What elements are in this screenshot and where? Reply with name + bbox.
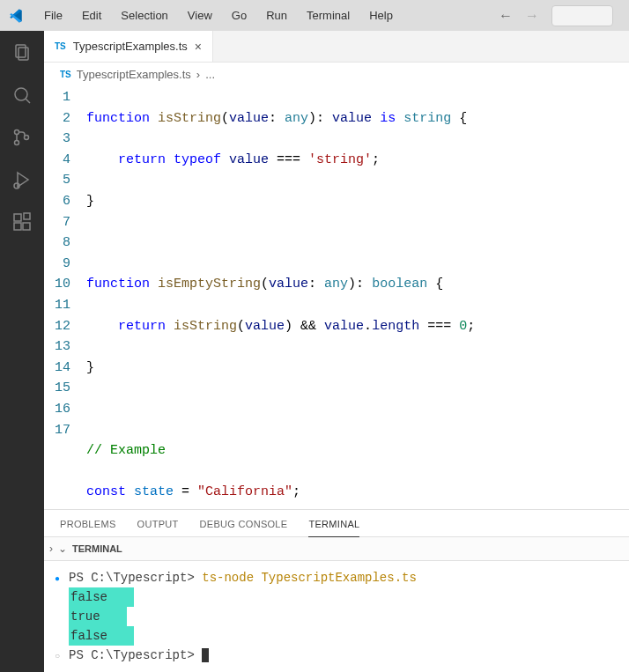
svg-point-5 <box>15 141 19 145</box>
code-editor[interactable]: 123 456 789 101112 131415 1617 function … <box>44 85 629 509</box>
close-tab-icon[interactable]: × <box>195 40 202 54</box>
explorer-icon[interactable] <box>11 41 33 64</box>
nav-back-icon[interactable]: ← <box>499 8 513 24</box>
terminal-output-line: false <box>69 626 134 646</box>
svg-line-3 <box>26 99 30 103</box>
typescript-file-icon: TS <box>60 70 71 79</box>
editor-area: TS TypescriptExamples.ts × TS Typescript… <box>44 31 629 672</box>
extensions-icon[interactable] <box>11 210 33 233</box>
chevron-right-icon: › <box>49 543 53 555</box>
terminal-cursor <box>202 648 209 662</box>
menu-run[interactable]: Run <box>257 5 296 26</box>
menu-terminal[interactable]: Terminal <box>298 5 359 26</box>
run-debug-icon[interactable] <box>11 168 33 191</box>
line-number-gutter: 123 456 789 101112 131415 1617 <box>44 87 86 509</box>
command-center-input[interactable] <box>551 5 613 26</box>
svg-rect-0 <box>16 45 26 57</box>
svg-point-2 <box>15 88 27 100</box>
terminal-command: ts-node TypescriptExamples.ts <box>202 571 417 585</box>
title-bar: File Edit Selection View Go Run Terminal… <box>0 0 629 31</box>
search-icon[interactable] <box>11 84 33 107</box>
menu-help[interactable]: Help <box>360 5 402 26</box>
inactive-terminal-dot-icon: ○ <box>55 647 60 667</box>
panel-tab-problems[interactable]: PROBLEMS <box>60 519 116 536</box>
terminal-body[interactable]: ● PS C:\Typescript> ts-node TypescriptEx… <box>44 561 629 672</box>
svg-rect-1 <box>18 48 28 60</box>
svg-rect-9 <box>14 223 21 230</box>
activity-bar <box>0 31 44 672</box>
terminal-section-header[interactable]: › ⌄ TERMINAL <box>44 537 629 561</box>
terminal-output-line: false <box>69 587 134 607</box>
terminal-prompt: PS C:\Typescript> <box>69 648 202 662</box>
vscode-logo-icon <box>7 7 25 25</box>
panel-tab-terminal[interactable]: TERMINAL <box>308 519 359 537</box>
tab-typescript-examples[interactable]: TS TypescriptExamples.ts × <box>44 31 213 62</box>
menu-selection[interactable]: Selection <box>112 5 176 26</box>
editor-tabs: TS TypescriptExamples.ts × <box>44 31 629 63</box>
menu-file[interactable]: File <box>35 5 71 26</box>
nav-forward-icon[interactable]: → <box>525 8 539 24</box>
typescript-file-icon: TS <box>55 41 66 51</box>
chevron-down-icon: ⌄ <box>58 543 67 555</box>
code-content[interactable]: function isString(value: any): value is … <box>86 87 629 509</box>
active-terminal-dot-icon: ● <box>55 570 60 589</box>
panel-tab-bar: PROBLEMS OUTPUT DEBUG CONSOLE TERMINAL <box>44 510 629 537</box>
terminal-prompt: PS C:\Typescript> <box>69 571 202 585</box>
menu-view[interactable]: View <box>179 5 221 26</box>
panel-tab-debug-console[interactable]: DEBUG CONSOLE <box>200 519 288 536</box>
svg-rect-11 <box>24 213 30 219</box>
terminal-output-line: true <box>69 607 127 626</box>
bottom-panel: PROBLEMS OUTPUT DEBUG CONSOLE TERMINAL ›… <box>44 509 629 672</box>
svg-point-6 <box>25 136 29 140</box>
source-control-icon[interactable] <box>11 126 33 149</box>
breadcrumbs[interactable]: TS TypescriptExamples.ts › ... <box>44 63 629 85</box>
breadcrumb-file[interactable]: TypescriptExamples.ts <box>77 68 191 81</box>
terminal-section-label: TERMINAL <box>72 543 122 554</box>
menu-go[interactable]: Go <box>223 5 255 26</box>
breadcrumb-separator: › <box>196 68 200 81</box>
svg-rect-10 <box>23 223 30 230</box>
svg-rect-8 <box>14 214 21 221</box>
tab-label: TypescriptExamples.ts <box>73 40 188 53</box>
breadcrumb-more[interactable]: ... <box>205 68 215 81</box>
svg-point-4 <box>15 130 19 135</box>
menu-edit[interactable]: Edit <box>73 5 110 26</box>
panel-tab-output[interactable]: OUTPUT <box>137 519 179 536</box>
